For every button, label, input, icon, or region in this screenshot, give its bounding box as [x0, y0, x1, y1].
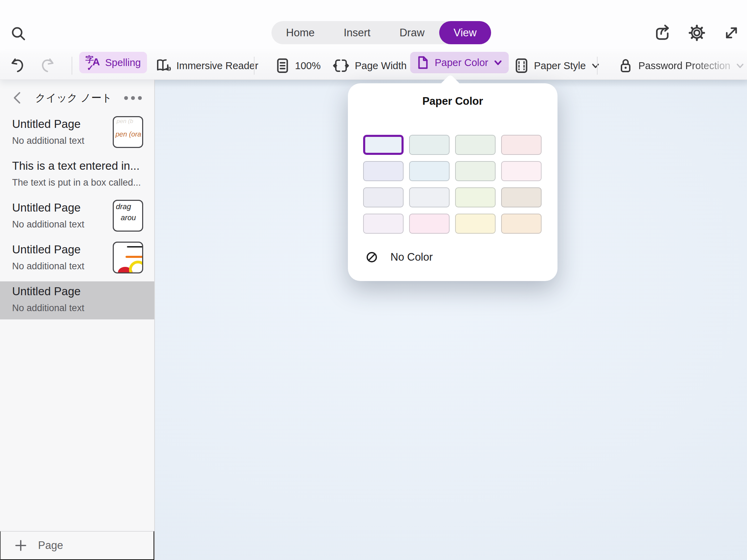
- ink-stroke: [126, 256, 143, 258]
- paper-color-label: Paper Color: [435, 57, 488, 68]
- no-color-icon: [366, 251, 378, 263]
- add-page-label: Page: [38, 539, 63, 552]
- paper-color-swatch[interactable]: [363, 214, 404, 234]
- window-actions: [653, 24, 741, 42]
- view-toolbar: 字A✓ Spelling Immersive Reader: [0, 52, 747, 80]
- page-list-item[interactable]: This is a text entered in...The text is …: [0, 156, 154, 194]
- tab-insert[interactable]: Insert: [329, 21, 385, 44]
- paper-color-swatch-selected[interactable]: [363, 135, 404, 155]
- paper-color-swatch[interactable]: [501, 135, 542, 155]
- paper-color-swatch[interactable]: [455, 135, 496, 155]
- immersive-reader-icon: [155, 57, 171, 74]
- paper-color-icon: [416, 55, 430, 70]
- page-list-item[interactable]: Untitled PageNo additional textdragarou: [0, 198, 154, 236]
- add-page-button[interactable]: Page: [0, 531, 154, 560]
- page-thumbnail: [113, 242, 143, 273]
- more-icon: [124, 96, 128, 100]
- undo-button[interactable]: [9, 52, 26, 80]
- password-protection-label: Password Protection: [638, 60, 730, 72]
- ink-text: drag: [116, 202, 131, 211]
- more-options-button[interactable]: [124, 96, 142, 100]
- paper-style-icon: [514, 58, 529, 74]
- paper-color-button[interactable]: Paper Color: [410, 52, 509, 73]
- settings-button[interactable]: [688, 24, 706, 42]
- ink-text: arou: [121, 213, 136, 222]
- chevron-down-icon: [591, 61, 600, 70]
- redo-button[interactable]: [39, 52, 56, 80]
- chevron-down-icon: [736, 61, 745, 70]
- no-color-button[interactable]: No Color: [363, 251, 435, 264]
- share-button[interactable]: [653, 24, 672, 42]
- notebook-section-title: クイック ノート: [21, 91, 127, 105]
- paper-color-swatch[interactable]: [409, 214, 450, 234]
- paper-color-swatch[interactable]: [501, 214, 542, 234]
- page-width-button[interactable]: Page Width: [330, 52, 409, 80]
- zoom-level-button[interactable]: 100%: [273, 52, 323, 80]
- ink-text: pen (ora: [116, 130, 141, 138]
- expand-icon: [722, 24, 741, 42]
- header: HomeInsertDrawView: [0, 0, 747, 80]
- lock-icon: [618, 57, 633, 74]
- page-list-item[interactable]: Untitled PageNo additional textpen (bpen…: [0, 114, 154, 152]
- page-subtitle: The text is put in a box called...: [12, 177, 150, 188]
- page-subtitle: No additional text: [12, 303, 150, 314]
- fullscreen-button[interactable]: [722, 24, 741, 42]
- more-icon: [138, 96, 142, 100]
- tab-home[interactable]: Home: [271, 21, 329, 44]
- paper-style-label: Paper Style: [534, 60, 586, 72]
- paper-color-swatch[interactable]: [501, 187, 542, 207]
- zoom-doc-icon: [275, 58, 290, 74]
- undo-icon: [9, 57, 26, 74]
- ink-stroke: [129, 261, 143, 273]
- page-list-item[interactable]: Untitled PageNo additional text: [0, 240, 154, 278]
- page-title: Untitled Page: [12, 285, 150, 298]
- page-title: Untitled Page: [12, 201, 105, 214]
- paper-color-swatch[interactable]: [409, 135, 450, 155]
- paper-color-swatch-grid: [363, 135, 542, 234]
- page-subtitle: No additional text: [12, 219, 105, 230]
- no-color-label: No Color: [390, 251, 433, 263]
- tab-view[interactable]: View: [439, 21, 491, 44]
- chevron-down-icon: [494, 58, 502, 67]
- toolbar-divider: [72, 57, 72, 75]
- page-list: Untitled PageNo additional textpen (bpen…: [0, 114, 154, 323]
- toolbar-divider: [597, 57, 598, 75]
- spelling-icon: 字A✓: [85, 55, 100, 70]
- spelling-label: Spelling: [105, 57, 141, 68]
- page-thumbnail: dragarou: [113, 200, 143, 232]
- page-subtitle: No additional text: [12, 261, 105, 272]
- paper-color-swatch[interactable]: [363, 187, 404, 207]
- redo-icon: [39, 57, 56, 74]
- paper-color-swatch[interactable]: [363, 161, 404, 181]
- sidebar-header: クイック ノート: [0, 86, 154, 110]
- title-bar: HomeInsertDrawView: [0, 0, 747, 52]
- onenote-app: HomeInsertDrawView: [0, 0, 747, 560]
- search-icon: [10, 25, 28, 43]
- immersive-reader-label: Immersive Reader: [176, 60, 258, 72]
- toolbar-divider: [254, 57, 255, 75]
- page-list-item[interactable]: Untitled PageNo additional text: [0, 281, 154, 319]
- password-protection-button[interactable]: Password Protection: [616, 52, 747, 80]
- page-sidebar: クイック ノート Untitled PageNo additional text…: [0, 80, 155, 560]
- share-icon: [653, 24, 672, 42]
- paper-color-swatch[interactable]: [409, 161, 450, 181]
- paper-color-swatch[interactable]: [455, 214, 496, 234]
- paper-color-swatch[interactable]: [455, 187, 496, 207]
- tab-draw[interactable]: Draw: [385, 21, 439, 44]
- page-title: Untitled Page: [12, 243, 105, 256]
- ink-text: pen (b: [117, 118, 133, 125]
- plus-icon: [15, 539, 27, 552]
- page-subtitle: No additional text: [12, 136, 105, 146]
- page-thumbnail: pen (bpen (ora: [113, 116, 143, 148]
- gear-icon: [688, 24, 706, 42]
- paper-color-swatch[interactable]: [455, 161, 496, 181]
- paper-color-swatch[interactable]: [409, 187, 450, 207]
- search-button[interactable]: [10, 25, 28, 43]
- spelling-button[interactable]: 字A✓ Spelling: [79, 52, 147, 73]
- paper-style-button[interactable]: Paper Style: [512, 52, 602, 80]
- more-icon: [131, 96, 135, 100]
- page-title: Untitled Page: [12, 118, 105, 131]
- immersive-reader-button[interactable]: Immersive Reader: [153, 52, 260, 80]
- paper-color-popup: Paper Color No Color: [348, 83, 557, 281]
- paper-color-swatch[interactable]: [501, 161, 542, 181]
